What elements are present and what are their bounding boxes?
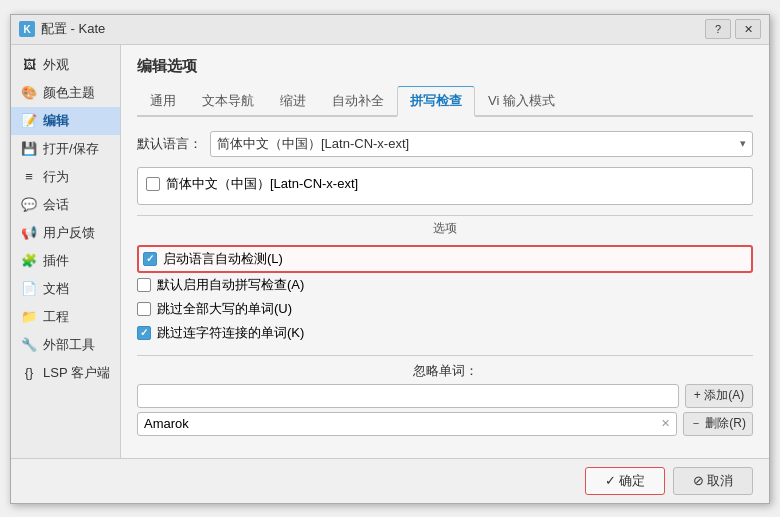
section-title: 编辑选项 [137, 57, 753, 76]
ignore-section: 忽略单词： + 添加(A) Amarok ✕ － 删除(R) [137, 355, 753, 440]
sidebar-icon-behavior: ≡ [21, 169, 37, 185]
sidebar-icon-color-theme: 🎨 [21, 85, 37, 101]
default-language-row: 默认语言： 简体中文（中国）[Latn-CN-x-ext] ▾ [137, 131, 753, 157]
language-list-box: 简体中文（中国）[Latn-CN-x-ext] [137, 167, 753, 205]
sidebar-item-session[interactable]: 💬会话 [11, 191, 120, 219]
sidebar-item-feedback[interactable]: 📢用户反馈 [11, 219, 120, 247]
option-auto-detect-label: 启动语言自动检测(L) [163, 250, 283, 268]
default-language-value: 简体中文（中国）[Latn-CN-x-ext] [217, 135, 409, 153]
tab-text-nav[interactable]: 文本导航 [189, 86, 267, 117]
sidebar-item-editor[interactable]: 📝编辑 [11, 107, 120, 135]
close-button[interactable]: ✕ [735, 19, 761, 39]
default-language-combo[interactable]: 简体中文（中国）[Latn-CN-x-ext] ▾ [210, 131, 753, 157]
sidebar-icon-open-save: 💾 [21, 141, 37, 157]
window-body: 🖼外观🎨颜色主题📝编辑💾打开/保存≡行为💬会话📢用户反馈🧩插件📄文档📁工程🔧外部… [11, 45, 769, 458]
cancel-button[interactable]: ⊘ 取消 [673, 467, 753, 495]
titlebar-controls: ? ✕ [705, 19, 761, 39]
options-section: 启动语言自动检测(L) 默认启用自动拼写检查(A) 跳过全部大写的单词(U) 跳… [137, 245, 753, 345]
ignore-word-value: Amarok [144, 416, 189, 431]
sidebar-icon-documents: 📄 [21, 281, 37, 297]
option-skip-uppercase-label: 跳过全部大写的单词(U) [157, 300, 292, 318]
sidebar-icon-lsp: {} [21, 365, 37, 381]
sidebar: 🖼外观🎨颜色主题📝编辑💾打开/保存≡行为💬会话📢用户反馈🧩插件📄文档📁工程🔧外部… [11, 45, 121, 458]
sidebar-item-lsp[interactable]: {}LSP 客户端 [11, 359, 120, 387]
option-default-spellcheck-checkbox[interactable] [137, 278, 151, 292]
tab-vi-mode[interactable]: Vi 输入模式 [475, 86, 568, 117]
sidebar-icon-plugins: 🧩 [21, 253, 37, 269]
sidebar-label-editor: 编辑 [43, 112, 69, 130]
tab-spellcheck[interactable]: 拼写检查 [397, 86, 475, 117]
sidebar-icon-project: 📁 [21, 309, 37, 325]
help-button[interactable]: ? [705, 19, 731, 39]
option-default-spellcheck: 默认启用自动拼写检查(A) [137, 273, 753, 297]
sidebar-icon-editor: 📝 [21, 113, 37, 129]
clear-icon[interactable]: ✕ [661, 417, 670, 430]
main-content: 编辑选项 通用 文本导航 缩进 自动补全 拼写检查 Vi 输入模式 默认语言： … [121, 45, 769, 458]
sidebar-label-external-tools: 外部工具 [43, 336, 95, 354]
option-skip-run-together-label: 跳过连字符连接的单词(K) [157, 324, 304, 342]
sidebar-label-appearance: 外观 [43, 56, 69, 74]
sidebar-item-behavior[interactable]: ≡行为 [11, 163, 120, 191]
titlebar-left: K 配置 - Kate [19, 20, 105, 38]
window-title: 配置 - Kate [41, 20, 105, 38]
confirm-button[interactable]: ✓ 确定 [585, 467, 665, 495]
titlebar: K 配置 - Kate ? ✕ [11, 15, 769, 45]
ignore-word-row: Amarok ✕ [137, 412, 677, 436]
sidebar-item-open-save[interactable]: 💾打开/保存 [11, 135, 120, 163]
footer: ✓ 确定 ⊘ 取消 [11, 458, 769, 503]
list-item: 简体中文（中国）[Latn-CN-x-ext] [142, 172, 748, 196]
main-window: K 配置 - Kate ? ✕ 🖼外观🎨颜色主题📝编辑💾打开/保存≡行为💬会话📢… [10, 14, 770, 504]
tabs-bar: 通用 文本导航 缩进 自动补全 拼写检查 Vi 输入模式 [137, 86, 753, 117]
sidebar-item-color-theme[interactable]: 🎨颜色主题 [11, 79, 120, 107]
sidebar-item-plugins[interactable]: 🧩插件 [11, 247, 120, 275]
ignore-group-label: 忽略单词： [137, 355, 753, 380]
sidebar-label-open-save: 打开/保存 [43, 140, 99, 158]
sidebar-label-behavior: 行为 [43, 168, 69, 186]
sidebar-label-plugins: 插件 [43, 252, 69, 270]
sidebar-label-feedback: 用户反馈 [43, 224, 95, 242]
option-default-spellcheck-label: 默认启用自动拼写检查(A) [157, 276, 304, 294]
tab-indent[interactable]: 缩进 [267, 86, 319, 117]
sidebar-item-project[interactable]: 📁工程 [11, 303, 120, 331]
app-icon: K [19, 21, 35, 37]
option-skip-run-together: 跳过连字符连接的单词(K) [137, 321, 753, 345]
ignore-delete-row: Amarok ✕ － 删除(R) [137, 412, 753, 436]
options-group-label: 选项 [137, 215, 753, 237]
option-skip-run-together-checkbox[interactable] [137, 326, 151, 340]
sidebar-label-documents: 文档 [43, 280, 69, 298]
sidebar-label-color-theme: 颜色主题 [43, 84, 95, 102]
ignore-add-row: + 添加(A) [137, 384, 753, 408]
delete-button[interactable]: － 删除(R) [683, 412, 753, 436]
sidebar-icon-external-tools: 🔧 [21, 337, 37, 353]
sidebar-item-external-tools[interactable]: 🔧外部工具 [11, 331, 120, 359]
sidebar-icon-session: 💬 [21, 197, 37, 213]
option-skip-uppercase: 跳过全部大写的单词(U) [137, 297, 753, 321]
sidebar-icon-appearance: 🖼 [21, 57, 37, 73]
ignore-input[interactable] [137, 384, 679, 408]
combo-arrow-icon: ▾ [740, 137, 746, 150]
tab-autocomplete[interactable]: 自动补全 [319, 86, 397, 117]
default-language-label: 默认语言： [137, 135, 202, 153]
lang-checkbox[interactable] [146, 177, 160, 191]
add-button[interactable]: + 添加(A) [685, 384, 753, 408]
sidebar-label-project: 工程 [43, 308, 69, 326]
lang-label: 简体中文（中国）[Latn-CN-x-ext] [166, 175, 358, 193]
sidebar-icon-feedback: 📢 [21, 225, 37, 241]
option-auto-detect-checkbox[interactable] [143, 252, 157, 266]
option-auto-detect: 启动语言自动检测(L) [137, 245, 753, 273]
sidebar-item-appearance[interactable]: 🖼外观 [11, 51, 120, 79]
sidebar-label-lsp: LSP 客户端 [43, 364, 110, 382]
sidebar-item-documents[interactable]: 📄文档 [11, 275, 120, 303]
sidebar-label-session: 会话 [43, 196, 69, 214]
option-skip-uppercase-checkbox[interactable] [137, 302, 151, 316]
tab-general[interactable]: 通用 [137, 86, 189, 117]
